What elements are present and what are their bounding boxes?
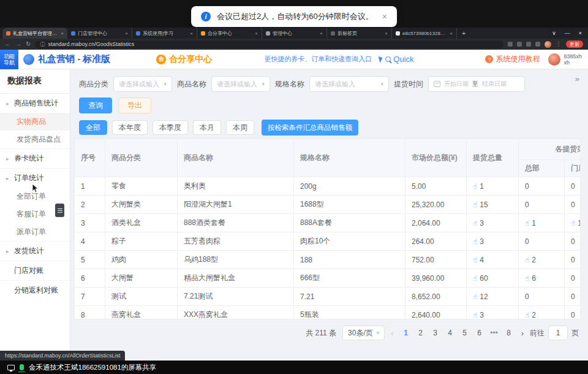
user-box[interactable]: 8385xh xh xyxy=(548,53,582,66)
sidebar-subitem[interactable]: 实物商品 xyxy=(0,113,70,131)
page-number[interactable]: 8 xyxy=(503,326,515,340)
extension-icon[interactable] xyxy=(517,42,522,47)
cell-name: 精品大闸蟹礼盒 xyxy=(178,269,294,288)
browser-profile-avatar[interactable] xyxy=(545,41,551,48)
quick-search-link[interactable]: Quick xyxy=(379,55,413,64)
goto-page-input[interactable]: 1 xyxy=(548,326,568,340)
sidebar-item[interactable]: 门店对账 xyxy=(0,261,70,280)
tab-close-icon[interactable]: × xyxy=(255,31,258,36)
browser-tab[interactable]: 新标签页× xyxy=(327,28,392,39)
toast-close-icon[interactable]: × xyxy=(382,12,387,21)
tab-close-icon[interactable]: × xyxy=(125,31,128,36)
tab-close-icon[interactable]: × xyxy=(190,31,193,36)
page-number[interactable]: 3 xyxy=(429,326,442,340)
browser-tab[interactable]: 管理中心× xyxy=(262,28,327,39)
browser-tab[interactable]: 门店管理中心× xyxy=(67,28,132,39)
new-tab-button[interactable]: + xyxy=(457,29,470,37)
cell-spec: 肉粽10个 xyxy=(294,232,405,251)
range-tab[interactable]: 本月 xyxy=(193,120,221,135)
cell-hq[interactable]: ☝2 xyxy=(519,251,565,269)
page-number[interactable]: 4 xyxy=(444,326,456,340)
page-size-select[interactable]: 30条/页 ▾ xyxy=(342,326,385,340)
extension-icon[interactable] xyxy=(535,42,540,47)
spec-select[interactable]: 请选择或输入 ▾ xyxy=(309,76,389,92)
range-tab[interactable]: 本周 xyxy=(226,120,254,135)
browser-status-link: https://standard.maboy.cn/AllOrderStatis… xyxy=(0,351,125,361)
link-count: 3 xyxy=(480,311,484,319)
page-number[interactable]: 5 xyxy=(459,326,471,340)
cell-total[interactable]: ☝1 xyxy=(467,177,519,196)
window-controls: ∨ — × xyxy=(552,30,588,36)
sidebar-collapse-handle[interactable] xyxy=(55,204,64,217)
sidebar-menu: ▸商品销售统计实物商品发货商品盘点▸券卡统计▸订单统计全部订单客服订单派单订单▸… xyxy=(0,94,70,300)
extension-icon[interactable] xyxy=(526,42,531,47)
close-icon[interactable]: × xyxy=(579,30,582,36)
back-icon[interactable]: ← xyxy=(5,41,11,47)
cell-total[interactable]: ☝3 xyxy=(467,232,519,251)
cell-total[interactable]: ☝60 xyxy=(467,269,519,288)
prev-page-icon[interactable]: ‹ xyxy=(391,329,393,338)
update-button[interactable]: 更新 xyxy=(566,40,583,48)
tutorial-label: 系统使用教程 xyxy=(496,54,540,64)
cell-total[interactable]: ☝15 xyxy=(467,196,519,214)
range-tab[interactable]: 本季度 xyxy=(153,120,188,135)
pointer-icon: ☝ xyxy=(473,274,477,283)
browser-tab[interactable]: 合分享中心× xyxy=(197,28,262,39)
chevron-right-icon: ▸ xyxy=(6,101,11,107)
date-range-input[interactable]: 开始日期 至 结束日期 xyxy=(428,76,525,92)
export-button[interactable]: 导出 xyxy=(118,97,151,113)
cell-no: 8 xyxy=(75,306,105,320)
cell-spec: 200g xyxy=(294,177,405,196)
range-tab[interactable]: 本年度 xyxy=(112,120,148,135)
sidebar-item[interactable]: ▸发货统计 xyxy=(0,242,70,261)
site-info-icon[interactable]: ⓘ xyxy=(40,41,45,48)
url-box[interactable]: ⓘ standard.maboy.cn/GoodsStatistics xyxy=(35,40,503,48)
tab-close-icon[interactable]: × xyxy=(61,31,64,36)
function-nav-toggle[interactable]: 功能 导航 xyxy=(0,50,18,69)
sidebar-item[interactable]: ▸商品销售统计 xyxy=(0,94,70,113)
browser-tab[interactable]: 系统使用|学习× xyxy=(132,28,197,39)
range-tab[interactable]: 全部 xyxy=(79,120,107,135)
cell-total[interactable]: ☝12 xyxy=(467,288,519,306)
browser-tab[interactable]: 礼盒营销平台管理中心× xyxy=(2,28,67,39)
cell-hq[interactable]: ☝2 xyxy=(519,306,565,320)
page-number[interactable]: 2 xyxy=(415,326,427,340)
col-header-amount: 市场价总额(¥) xyxy=(405,139,467,177)
search-button[interactable]: 查询 xyxy=(79,97,112,113)
tutorial-link[interactable]: ? 系统使用教程 xyxy=(485,54,540,64)
tab-search-icon[interactable]: ∨ xyxy=(552,30,556,36)
category-select[interactable]: 请选择或输入 ▾ xyxy=(113,76,172,92)
cell-amount: 25,320.00 xyxy=(405,196,467,214)
next-page-icon[interactable]: › xyxy=(521,329,524,338)
tab-favicon xyxy=(71,31,75,36)
sidebar-subitem[interactable]: 派单订单 xyxy=(0,223,70,241)
tab-close-icon[interactable]: × xyxy=(450,31,453,36)
browser-tab[interactable]: e8c573980b1328a2588d2e6l× xyxy=(392,28,457,39)
page-list: 123456•••8 xyxy=(400,326,515,340)
extension-icon[interactable] xyxy=(508,42,513,47)
minimize-icon[interactable]: — xyxy=(565,30,570,36)
cell-total[interactable]: ☝4 xyxy=(467,251,519,269)
page-number[interactable]: 1 xyxy=(400,326,412,340)
cell-total[interactable]: ☝3 xyxy=(467,306,519,320)
sidebar-subitem[interactable]: 发货商品盘点 xyxy=(0,131,70,148)
tab-close-icon[interactable]: × xyxy=(385,31,388,36)
cell-hq[interactable]: ☝1 xyxy=(519,214,565,232)
share-center-link[interactable]: 合 合分享中心 xyxy=(156,54,212,65)
cell-hq[interactable]: ☝6 xyxy=(519,269,565,288)
collapse-filters-icon[interactable]: » xyxy=(575,74,579,83)
tab-title: e8c573980b1328a2588d2e6l xyxy=(402,31,447,36)
refresh-icon[interactable]: ↻ xyxy=(26,41,31,47)
cell-total[interactable]: ☝3 xyxy=(467,214,519,232)
spec-filter-label: 规格名称 xyxy=(275,79,304,90)
sidebar-item[interactable]: 分销返利对账 xyxy=(0,281,70,300)
tab-close-icon[interactable]: × xyxy=(320,31,323,36)
sidebar-item[interactable]: ▸券卡统计 xyxy=(0,149,70,168)
page-number[interactable]: 6 xyxy=(473,326,486,340)
forward-icon[interactable]: → xyxy=(15,41,21,47)
name-select[interactable]: 请选择或输入 ▾ xyxy=(211,76,270,92)
cell-store[interactable]: ☝1 xyxy=(565,214,581,232)
summary-button[interactable]: 按检索条件汇总商品销售额 xyxy=(262,120,358,135)
browser-menu-icon[interactable]: ⋮ xyxy=(556,41,562,47)
sidebar-group: ▸发货统计 xyxy=(0,241,70,261)
